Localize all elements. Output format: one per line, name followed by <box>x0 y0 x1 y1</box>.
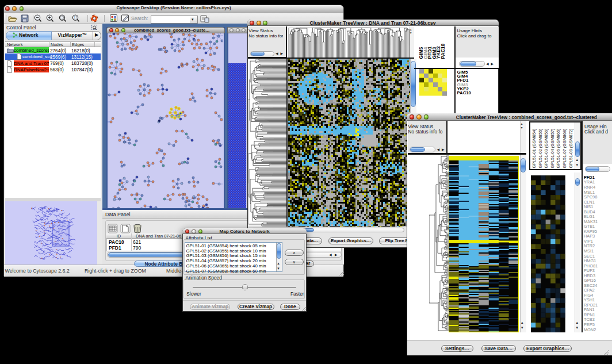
svg-text:1:1: 1:1 <box>74 16 78 19</box>
